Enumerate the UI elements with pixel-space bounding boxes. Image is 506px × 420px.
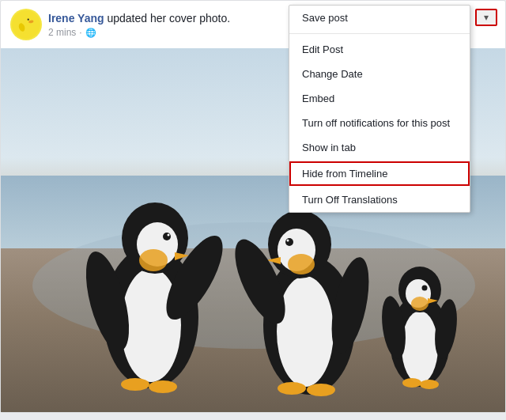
svg-point-40 (402, 378, 421, 388)
svg-point-30 (307, 384, 335, 396)
menu-item-change-date[interactable]: Change Date (289, 62, 470, 86)
post-header: Irene Yang updated her cover photo. 2 mi… (1, 1, 505, 48)
menu-item-turn-off-notifications[interactable]: Turn off notifications for this post (289, 111, 470, 135)
menu-item-save-post[interactable]: Save post (289, 6, 470, 30)
svg-point-41 (420, 380, 439, 389)
menu-divider (289, 33, 470, 34)
svg-point-20 (277, 276, 334, 387)
post-options-button[interactable]: ▾ (475, 9, 497, 26)
svg-point-18 (149, 380, 177, 393)
menu-item-hide-from-timeline[interactable]: Hide from Timeline (289, 161, 470, 186)
menu-item-embed[interactable]: Embed (289, 86, 470, 111)
menu-item-turn-off-translations[interactable]: Turn Off Translations (289, 187, 470, 212)
svg-point-24 (287, 240, 289, 242)
svg-point-11 (163, 233, 171, 240)
svg-point-16 (139, 249, 168, 271)
svg-point-32 (402, 311, 438, 384)
svg-point-17 (121, 378, 149, 391)
time-separator: · (79, 27, 81, 38)
globe-icon: 🌐 (85, 28, 96, 38)
svg-point-35 (422, 286, 428, 291)
svg-point-26 (288, 254, 315, 274)
post-author: Irene Yang (48, 12, 104, 25)
menu-item-edit-post[interactable]: Edit Post (289, 37, 470, 62)
avatar (10, 9, 42, 40)
post-action-text: updated her cover photo. (104, 12, 231, 25)
svg-point-29 (278, 382, 306, 395)
post-card: Irene Yang updated her cover photo. 2 mi… (0, 0, 506, 413)
svg-point-37 (411, 297, 429, 311)
menu-item-show-in-tab[interactable]: Show in tab (289, 135, 470, 160)
svg-point-3 (28, 19, 29, 21)
post-options-menu: Save post Edit Post Change Date Embed Tu… (289, 5, 470, 213)
chevron-down-icon: ▾ (484, 12, 489, 23)
post-time-value: 2 mins (48, 27, 76, 38)
svg-point-12 (168, 234, 170, 236)
svg-point-23 (285, 238, 293, 246)
